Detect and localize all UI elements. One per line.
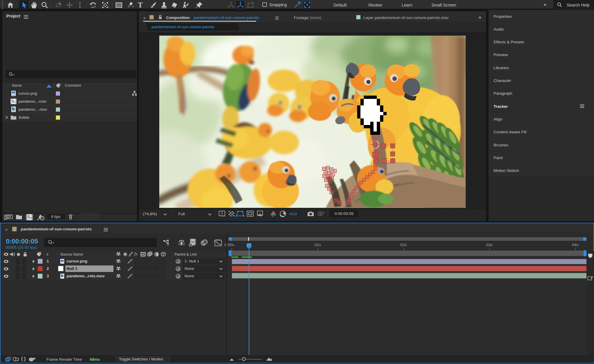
svg-text:PNG: PNG [12, 94, 15, 96]
svg-text:MOV: MOV [12, 110, 15, 112]
